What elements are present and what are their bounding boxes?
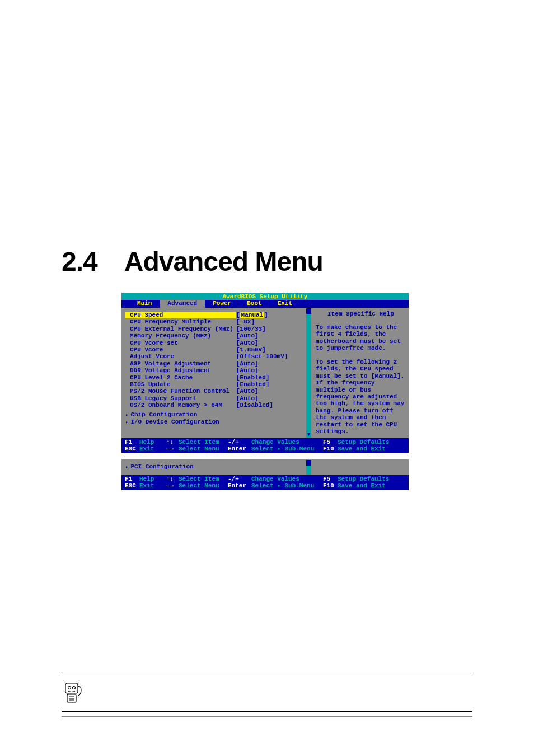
bios-menubar: Main Advanced Power Boot Exit bbox=[121, 300, 409, 308]
key-f10: F10 bbox=[323, 445, 338, 452]
scrollbar-thumb[interactable] bbox=[306, 460, 311, 466]
key-esc: ESC bbox=[125, 445, 139, 452]
bios-scrollbar[interactable]: ▼ bbox=[306, 308, 311, 438]
bios-title: AwardBIOS Setup Utility bbox=[121, 293, 409, 300]
bios-footer-keys: F1 Help ↑↓ Select Item -/+ Change Values… bbox=[121, 438, 409, 453]
bios-footer-keys-2: F1 Help ↑↓ Select Item -/+ Change Values… bbox=[121, 475, 409, 490]
row-bios-update[interactable]: BIOS Update[Enabled] bbox=[125, 381, 303, 388]
row-adjust-vcore[interactable]: Adjust Vcore[Offset 100mV] bbox=[125, 353, 303, 360]
key-minus-plus: -/+ bbox=[228, 439, 251, 445]
bios-scrollbar-2[interactable] bbox=[306, 460, 311, 474]
key-updown: ↑↓ bbox=[166, 439, 179, 445]
key-f5: F5 bbox=[323, 439, 338, 445]
row-cpu-vcore[interactable]: CPU Vcore[1.850V] bbox=[125, 346, 303, 353]
bios-settings-pane: CPU Speed [Manual] CPU Frequency Multipl… bbox=[122, 308, 306, 438]
row-agp-voltage[interactable]: AGP Voltage Adjustment[Auto] bbox=[125, 360, 303, 367]
label-exit: Exit bbox=[139, 445, 166, 452]
row-cpu-l2-cache[interactable]: CPU Level 2 Cache[Enabled] bbox=[125, 374, 303, 381]
submenu-chip-config[interactable]: ▸Chip Configuration bbox=[125, 411, 303, 419]
label-help: Help bbox=[139, 439, 166, 445]
note-callout bbox=[62, 675, 472, 712]
menu-main[interactable]: Main bbox=[129, 300, 160, 308]
bios-screenshot-fragment: ▸PCI Configuration F1 Help ↑↓ Select Ite… bbox=[121, 459, 409, 490]
section-number: 2.4 bbox=[62, 246, 97, 277]
key-f1: F1 bbox=[125, 439, 139, 445]
submenu-io-device-config[interactable]: ▸I/O Device Configuration bbox=[125, 419, 303, 426]
row-os2-memory[interactable]: OS/2 Onboard Memory > 64M[Disabled] bbox=[125, 402, 303, 408]
bios-help-pane-2 bbox=[311, 460, 408, 474]
bios-settings-pane-2: ▸PCI Configuration bbox=[122, 460, 306, 474]
row-cpu-speed[interactable]: CPU Speed [Manual] bbox=[125, 312, 303, 318]
key-enter: Enter bbox=[228, 445, 251, 452]
triangle-right-icon: ▸ bbox=[125, 420, 128, 425]
label-save-exit: Save and Exit bbox=[338, 445, 386, 452]
menu-exit[interactable]: Exit bbox=[270, 300, 300, 308]
row-cpu-vcore-set[interactable]: CPU Vcore set[Auto] bbox=[125, 340, 303, 346]
row-cpu-freq-multiple[interactable]: CPU Frequency Multiple[ 8x] bbox=[125, 318, 303, 325]
svg-point-2 bbox=[73, 686, 76, 689]
row-ddr-voltage[interactable]: DDR Voltage Adjustment[Auto] bbox=[125, 367, 303, 374]
label-setup-defaults: Setup Defaults bbox=[338, 439, 389, 445]
label-select-submenu: Select ▸ Sub-Menu bbox=[251, 445, 323, 452]
help-title: Item Specific Help bbox=[316, 311, 406, 317]
section-heading: 2.4 Advanced Menu bbox=[62, 246, 472, 277]
row-ps2-mouse[interactable]: PS/2 Mouse Function Control[Auto] bbox=[125, 388, 303, 395]
triangle-right-icon: ▸ bbox=[125, 412, 128, 418]
row-usb-legacy[interactable]: USB Legacy Support[Auto] bbox=[125, 395, 303, 402]
label-change-values: Change Values bbox=[251, 439, 323, 445]
scrollbar-thumb[interactable] bbox=[306, 308, 311, 314]
menu-power[interactable]: Power bbox=[205, 300, 239, 308]
page-footer-divider bbox=[62, 716, 472, 717]
bios-screenshot-advanced: AwardBIOS Setup Utility Main Advanced Po… bbox=[121, 293, 409, 453]
section-title: Advanced Menu bbox=[124, 246, 323, 277]
row-cpu-ext-freq[interactable]: CPU External Frequency (MHz)[100/33] bbox=[125, 326, 303, 332]
row-memory-freq[interactable]: Memory Frequency (MHz)[Auto] bbox=[125, 332, 303, 339]
label-select-menu: Select Menu bbox=[179, 445, 228, 452]
help-text: To make changes to the first 4 fields, t… bbox=[316, 324, 406, 435]
menu-boot[interactable]: Boot bbox=[239, 300, 269, 308]
menu-advanced[interactable]: Advanced bbox=[160, 300, 205, 308]
triangle-right-icon: ▸ bbox=[125, 464, 128, 470]
scroll-down-icon[interactable]: ▼ bbox=[307, 432, 310, 438]
robot-note-icon bbox=[62, 680, 84, 707]
key-leftright: ←→ bbox=[166, 445, 179, 452]
submenu-pci-config[interactable]: ▸PCI Configuration bbox=[125, 463, 303, 471]
label-select-item: Select Item bbox=[179, 439, 228, 445]
bios-help-pane: Item Specific Help To make changes to th… bbox=[311, 308, 408, 438]
svg-point-1 bbox=[68, 686, 71, 689]
